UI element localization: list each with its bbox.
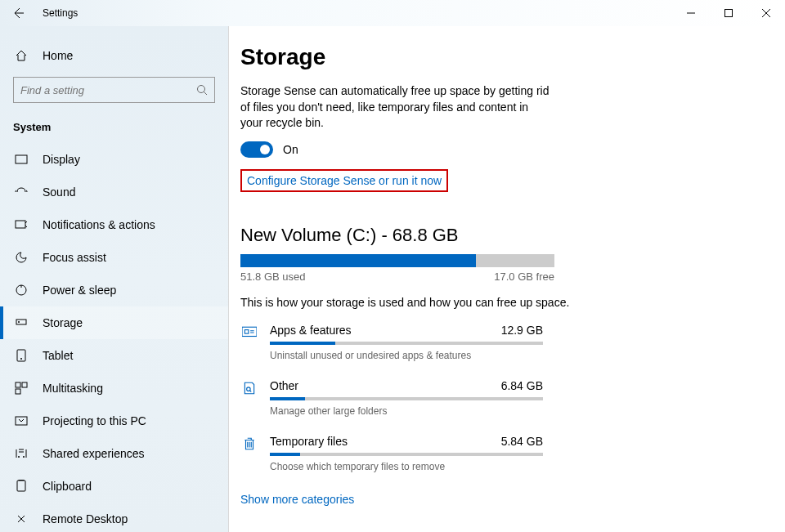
sidebar-item-remote-desktop[interactable]: Remote Desktop <box>0 503 228 532</box>
nav-icon <box>13 153 29 166</box>
category-bar <box>270 453 543 456</box>
category-list: Apps & features12.9 GBUninstall unused o… <box>240 324 742 472</box>
svg-point-1 <box>198 86 205 93</box>
search-field[interactable] <box>20 84 196 96</box>
category-icon <box>240 324 258 361</box>
svg-point-13 <box>18 456 20 458</box>
home-label: Home <box>43 49 73 62</box>
sidebar-item-shared-experiences[interactable]: Shared experiences <box>0 437 228 470</box>
volume-used-label: 51.8 GB used <box>240 270 306 283</box>
nav-label: Shared experiences <box>43 447 145 460</box>
category-sub: Manage other large folders <box>270 405 543 417</box>
sidebar-item-sound[interactable]: Sound <box>0 176 228 208</box>
svg-rect-10 <box>22 382 27 387</box>
nav-icon <box>13 414 29 427</box>
svg-rect-15 <box>17 481 25 491</box>
nav-icon <box>13 284 29 297</box>
nav-label: Storage <box>43 316 83 329</box>
arrow-left-icon <box>11 7 25 20</box>
sidebar-item-focus-assist[interactable]: Focus assist <box>0 241 228 274</box>
volume-title: New Volume (C:) - 68.8 GB <box>240 225 742 246</box>
svg-point-14 <box>23 456 25 458</box>
svg-rect-2 <box>16 155 27 163</box>
nav-icon <box>13 512 29 525</box>
svg-point-18 <box>247 387 251 391</box>
minimize-icon <box>687 9 695 17</box>
svg-rect-11 <box>16 389 20 394</box>
close-icon <box>762 9 770 17</box>
nav-list: DisplaySoundNotifications & actionsFocus… <box>0 143 228 532</box>
nav-label: Remote Desktop <box>43 512 128 525</box>
volume-free-label: 17.0 GB free <box>494 270 554 283</box>
category-row[interactable]: Temporary files5.84 GBChoose which tempo… <box>240 435 742 472</box>
nav-icon <box>13 349 29 362</box>
search-icon <box>196 84 208 96</box>
back-button[interactable] <box>0 0 36 26</box>
nav-label: Display <box>43 153 80 166</box>
nav-icon <box>13 316 29 329</box>
nav-label: Sound <box>43 186 75 199</box>
nav-label: Tablet <box>43 349 73 362</box>
category-bar <box>270 397 543 400</box>
nav-label: Focus assist <box>43 251 106 264</box>
sidebar-item-clipboard[interactable]: Clipboard <box>0 470 228 503</box>
category-sub: Choose which temporary files to remove <box>270 461 543 472</box>
sidebar: Home System DisplaySoundNotifications & … <box>0 26 229 532</box>
storage-sense-toggle[interactable] <box>240 141 273 158</box>
category-name: Apps & features <box>270 324 352 337</box>
sidebar-item-power-sleep[interactable]: Power & sleep <box>0 274 228 306</box>
category-row[interactable]: Apps & features12.9 GBUninstall unused o… <box>240 324 742 361</box>
show-more-categories-link[interactable]: Show more categories <box>240 493 354 506</box>
content: Storage Storage Sense can automatically … <box>229 26 785 532</box>
nav-label: Power & sleep <box>43 284 116 297</box>
sidebar-item-notifications-actions[interactable]: Notifications & actions <box>0 208 228 241</box>
sidebar-item-display[interactable]: Display <box>0 143 228 176</box>
configure-storage-sense-link[interactable]: Configure Storage Sense or run it now <box>240 169 448 192</box>
svg-rect-0 <box>725 10 733 17</box>
svg-rect-3 <box>16 221 25 228</box>
sidebar-item-tablet[interactable]: Tablet <box>0 339 228 372</box>
svg-rect-16 <box>242 327 257 336</box>
titlebar: Settings <box>0 0 785 26</box>
home-icon <box>13 49 29 62</box>
nav-icon <box>13 218 29 231</box>
nav-label: Multitasking <box>43 382 103 395</box>
close-button[interactable] <box>747 0 785 26</box>
volume-usage-fill <box>240 254 476 267</box>
volume-desc: This is how your storage is used and how… <box>240 296 742 309</box>
nav-icon <box>13 251 29 264</box>
category-bar <box>270 342 543 345</box>
nav-label: Clipboard <box>43 480 92 493</box>
section-title: System <box>0 114 228 143</box>
nav-icon <box>13 480 29 493</box>
category-row[interactable]: Other6.84 GBManage other large folders <box>240 379 742 417</box>
maximize-button[interactable] <box>710 0 747 26</box>
page-title: Storage <box>240 44 742 70</box>
category-size: 5.84 GB <box>501 435 543 448</box>
sidebar-item-projecting-to-this-pc[interactable]: Projecting to this PC <box>0 405 228 437</box>
category-icon <box>240 379 258 417</box>
svg-point-8 <box>20 358 22 360</box>
category-size: 6.84 GB <box>501 379 543 392</box>
nav-icon <box>13 382 29 395</box>
volume-usage-bar <box>240 254 554 267</box>
svg-point-6 <box>18 321 20 323</box>
maximize-icon <box>724 9 733 17</box>
sidebar-item-multitasking[interactable]: Multitasking <box>0 372 228 405</box>
svg-rect-17 <box>244 329 249 333</box>
svg-rect-12 <box>16 417 27 425</box>
storage-sense-description: Storage Sense can automatically free up … <box>240 83 551 132</box>
nav-icon <box>13 447 29 460</box>
home-nav[interactable]: Home <box>0 41 228 70</box>
nav-label: Notifications & actions <box>43 218 155 231</box>
nav-label: Projecting to this PC <box>43 414 146 427</box>
window-title: Settings <box>43 7 78 19</box>
category-sub: Uninstall unused or undesired apps & fea… <box>270 350 543 361</box>
sidebar-item-storage[interactable]: Storage <box>0 306 228 339</box>
svg-rect-9 <box>16 382 20 387</box>
category-name: Temporary files <box>270 435 348 448</box>
svg-rect-5 <box>16 320 26 324</box>
category-icon <box>240 435 258 472</box>
minimize-button[interactable] <box>672 0 710 26</box>
search-input[interactable] <box>13 77 215 103</box>
